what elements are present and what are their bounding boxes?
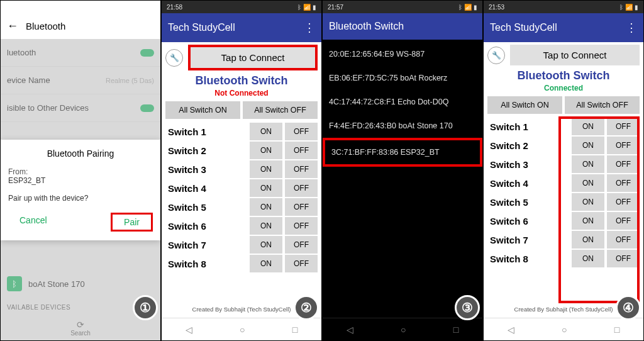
battery-icon: ᛒ 📶 ▮ — [458, 4, 477, 11]
status-bar — [1, 1, 160, 13]
switch-label: Switch 6 — [165, 221, 247, 232]
on-button[interactable]: ON — [572, 193, 604, 211]
off-button[interactable]: OFF — [607, 118, 640, 135]
switch-row: Switch 4ONOFF — [487, 174, 640, 192]
on-button[interactable]: ON — [250, 217, 282, 235]
off-button[interactable]: OFF — [607, 137, 640, 154]
switch-label: Switch 2 — [487, 140, 569, 151]
menu-icon[interactable]: ⋮ — [626, 21, 637, 35]
on-button[interactable]: ON — [572, 118, 604, 135]
off-button[interactable]: OFF — [285, 198, 318, 216]
all-on-button[interactable]: All Switch ON — [487, 96, 562, 114]
nav-back-icon[interactable]: ◁ — [347, 325, 353, 335]
pair-button[interactable]: Pair — [111, 213, 153, 232]
toggle-icon[interactable] — [140, 104, 154, 112]
bt-device-item[interactable]: EB:06:EF:7D:5C:75 boAt Rockerz — [323, 66, 482, 90]
off-button[interactable]: OFF — [285, 160, 318, 178]
step-badge: ① — [133, 295, 158, 320]
tap-to-connect-button[interactable]: Tap to Connect — [188, 45, 318, 70]
nav-back-icon[interactable]: ◁ — [508, 325, 514, 335]
switch-row: Switch 6ONOFF — [487, 212, 640, 230]
cancel-button[interactable]: Cancel — [8, 213, 58, 232]
nav-home-icon[interactable]: ○ — [401, 325, 406, 335]
switch-row: Switch 3ONOFF — [487, 155, 640, 173]
row-visible[interactable]: isible to Other Devices — [1, 94, 160, 122]
menu-icon[interactable]: ⋮ — [304, 21, 315, 35]
battery-icon: ᛒ 📶 ▮ — [619, 4, 638, 11]
all-on-button[interactable]: All Switch ON — [165, 101, 240, 119]
nav-home-icon[interactable]: ○ — [240, 325, 245, 335]
settings-header: ← Bluetooth — [1, 13, 160, 39]
off-button[interactable]: OFF — [607, 212, 640, 230]
row-bluetooth[interactable]: luetooth — [1, 39, 160, 67]
bt-device-item[interactable]: 20:0E:12:65:64:E9 WS-887 — [323, 42, 482, 66]
switch-label: Switch 8 — [165, 259, 247, 269]
row-device-name[interactable]: evice Name Realme (5 Das) — [1, 67, 160, 94]
on-button[interactable]: ON — [250, 142, 282, 159]
on-button[interactable]: ON — [572, 231, 604, 249]
switch-row: Switch 7ONOFF — [487, 231, 640, 249]
step-badge: ④ — [616, 295, 641, 320]
switch-row: Switch 3ONOFF — [165, 160, 318, 178]
off-button[interactable]: OFF — [285, 123, 318, 140]
paired-device-row[interactable]: ᛒ boAt Stone 170 — [1, 269, 160, 299]
on-button[interactable]: ON — [250, 255, 282, 272]
switch-label: Switch 5 — [487, 197, 569, 208]
switch-row: Switch 5ONOFF — [165, 198, 318, 216]
on-button[interactable]: ON — [250, 236, 282, 254]
off-button[interactable]: OFF — [285, 255, 318, 272]
on-button[interactable]: ON — [572, 174, 604, 192]
nav-bar: ◁ ○ □ — [484, 318, 643, 340]
on-button[interactable]: ON — [250, 179, 282, 197]
tap-to-connect-button[interactable]: Tap to Connect — [510, 45, 640, 65]
refresh-icon: ⟳ — [4, 320, 157, 330]
phone-2: 21:58 ᛒ 📶 ▮ Tech StudyCell ⋮ 🔧 Tap to Co… — [161, 0, 322, 341]
nav-home-icon[interactable]: ○ — [562, 325, 567, 335]
back-icon[interactable]: ← — [7, 20, 18, 33]
logo-icon: 🔧 — [165, 49, 183, 67]
on-button[interactable]: ON — [250, 198, 282, 216]
app-title: Bluetooth Switch — [487, 69, 640, 82]
bt-device-item[interactable]: 3C:71:BF:FF:83:86 ESP32_BT — [323, 138, 482, 167]
from-value: ESP32_BT — [8, 176, 153, 185]
off-button[interactable]: OFF — [607, 231, 640, 249]
off-button[interactable]: OFF — [285, 142, 318, 159]
on-button[interactable]: ON — [572, 155, 604, 173]
on-button[interactable]: ON — [250, 123, 282, 140]
off-button[interactable]: OFF — [607, 193, 640, 211]
on-button[interactable]: ON — [572, 250, 604, 267]
off-button[interactable]: OFF — [607, 250, 640, 267]
on-button[interactable]: ON — [572, 137, 604, 154]
nav-recent-icon[interactable]: □ — [453, 325, 458, 335]
switch-label: Switch 4 — [487, 178, 569, 189]
bluetooth-icon: ᛒ — [7, 276, 22, 291]
nav-recent-icon[interactable]: □ — [614, 325, 619, 335]
switch-row: Switch 4ONOFF — [165, 179, 318, 197]
switch-row: Switch 8ONOFF — [487, 250, 640, 267]
search-button[interactable]: ⟳ Search — [1, 316, 160, 340]
switch-label: Switch 5 — [165, 202, 247, 213]
off-button[interactable]: OFF — [607, 155, 640, 173]
on-button[interactable]: ON — [572, 212, 604, 230]
off-button[interactable]: OFF — [285, 179, 318, 197]
bt-device-item[interactable]: F4:4E:FD:26:43:B0 boAt Stone 170 — [323, 114, 482, 138]
off-button[interactable]: OFF — [285, 236, 318, 254]
off-button[interactable]: OFF — [607, 174, 640, 192]
switch-label: Switch 3 — [165, 164, 247, 175]
status-bar: 21:58 ᛒ 📶 ▮ — [162, 1, 321, 13]
step-badge: ③ — [455, 295, 480, 320]
toggle-icon[interactable] — [140, 49, 154, 57]
switch-label: Switch 7 — [487, 235, 569, 245]
all-off-button[interactable]: All Switch OFF — [565, 96, 640, 114]
switch-label: Switch 1 — [487, 121, 569, 132]
app-header: Bluetooth Switch — [323, 13, 482, 40]
on-button[interactable]: ON — [250, 160, 282, 178]
nav-recent-icon[interactable]: □ — [292, 325, 297, 335]
nav-back-icon[interactable]: ◁ — [186, 325, 192, 335]
off-button[interactable]: OFF — [285, 217, 318, 235]
status-bar: 21:57 ᛒ 📶 ▮ — [323, 1, 482, 13]
dialog-title: Bluetooth Pairing — [8, 148, 153, 159]
from-label: From: — [8, 167, 153, 176]
bt-device-item[interactable]: 4C:17:44:72:C8:F1 Echo Dot-D0Q — [323, 90, 482, 114]
all-off-button[interactable]: All Switch OFF — [243, 101, 318, 119]
